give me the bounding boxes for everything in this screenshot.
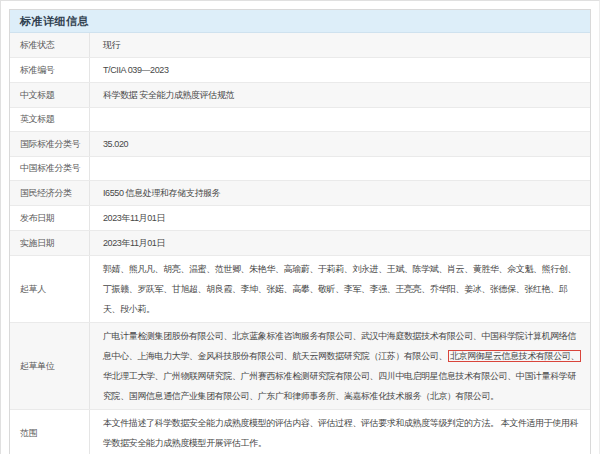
row-label: 范围 [10,410,90,454]
row-value: T/CIIA 039—2023 [90,58,590,82]
row-label: 英文标题 [10,108,90,131]
row-english-title: 英文标题 [10,108,590,132]
row-ics-number: 国际标准分类号 35.020 [10,132,590,157]
row-publish-date: 发布日期 2023年11月01日 [10,206,590,231]
row-ccs-number: 中国标准分类号 [10,157,590,181]
row-value: 2023年11月01日 [90,231,590,255]
row-standard-number: 标准编号 T/CIIA 039—2023 [10,58,590,83]
row-label: 起草人 [10,256,90,322]
row-label: 中国标准分类号 [10,157,90,180]
standard-detail-panel: 标准详细信息 标准状态 现行 标准编号 T/CIIA 039—2023 中文标题… [9,9,591,454]
row-value: 科学数据 安全能力成熟度评估规范 [90,83,590,107]
row-value: 本文件描述了科学数据安全能力成熟度模型的评估内容、评估过程、评估要求和成熟度等级… [90,410,590,454]
row-label: 中文标题 [10,83,90,107]
row-economy-class: 国民经济分类 I6550 信息处理和存储支持服务 [10,181,590,206]
row-label: 标准编号 [10,58,90,82]
standard-detail-page: 标准详细信息 标准状态 现行 标准编号 T/CIIA 039—2023 中文标题… [0,0,600,454]
row-value: 2023年11月01日 [90,206,590,230]
row-label: 实施日期 [10,231,90,255]
row-label: 国民经济分类 [10,181,90,205]
row-value: 35.020 [90,132,590,156]
row-chinese-title: 中文标题 科学数据 安全能力成熟度评估规范 [10,83,590,108]
row-value: 现行 [90,33,590,57]
row-drafting-units: 起草单位 广电计量检测集团股份有限公司、北京蓝象标准咨询服务有限公司、武汉中海庭… [10,323,590,410]
row-value: 广电计量检测集团股份有限公司、北京蓝象标准咨询服务有限公司、武汉中海庭数据技术有… [90,323,590,409]
row-drafters: 起草人 郭婧、熊凡凡、胡亮、温蜜、范世卿、朱艳华、高瑜蔚、于莉莉、刘永进、王斌、… [10,256,590,323]
row-value [90,157,590,180]
row-label: 起草单位 [10,323,90,409]
row-value: I6550 信息处理和存储支持服务 [90,181,590,205]
highlighted-organization: 北京网御星云信息技术有限公司、 [448,350,581,362]
row-value: 郭婧、熊凡凡、胡亮、温蜜、范世卿、朱艳华、高瑜蔚、于莉莉、刘永进、王斌、陈学斌、… [90,256,590,322]
row-standard-status: 标准状态 现行 [10,33,590,58]
row-label: 标准状态 [10,33,90,57]
row-value [90,108,590,131]
row-label: 国际标准分类号 [10,132,90,156]
panel-title: 标准详细信息 [10,10,590,33]
row-scope: 范围 本文件描述了科学数据安全能力成熟度模型的评估内容、评估过程、评估要求和成熟… [10,410,590,454]
row-label: 发布日期 [10,206,90,230]
row-implement-date: 实施日期 2023年11月01日 [10,231,590,256]
drafting-units-after: 华北理工大学、广州物联网研究院、广州赛西标准检测研究院有限公司、四川中电启明星信… [103,371,576,401]
